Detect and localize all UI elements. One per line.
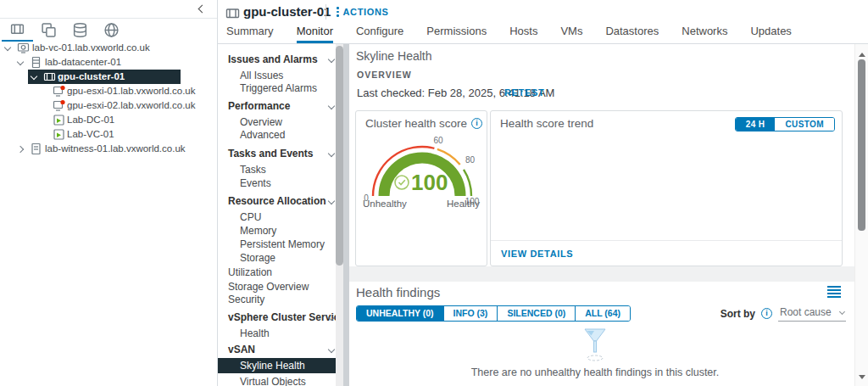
actions-button[interactable]: ACTIONS bbox=[337, 7, 389, 17]
content-title: Skyline Health bbox=[356, 49, 432, 63]
nav-label: Persistent Memory bbox=[240, 238, 325, 250]
nav-group-vsan[interactable]: vSAN bbox=[218, 343, 336, 357]
nav-scrollbar-thumb[interactable] bbox=[336, 46, 343, 266]
main-scrollbar-thumb[interactable] bbox=[858, 59, 865, 231]
nav-item-skyline-health[interactable]: Skyline Health bbox=[218, 358, 337, 373]
filter-silenced-button[interactable]: SILENCED (0) bbox=[498, 306, 576, 321]
gauge-tick-80: 80 bbox=[465, 155, 476, 165]
filter-unhealthy-button[interactable]: UNHEALTHY (0) bbox=[357, 306, 444, 321]
tab-datastores[interactable]: Datastores bbox=[605, 25, 659, 43]
nav-group-issues-alarms[interactable]: Issues and Alarms bbox=[218, 53, 336, 67]
nav-item-storage[interactable]: Storage bbox=[218, 251, 336, 266]
tree-item-witness[interactable]: lab-witness-01.lab.vxworld.co.uk bbox=[0, 142, 217, 156]
cluster-icon bbox=[43, 70, 56, 83]
tab-summary[interactable]: Summary bbox=[226, 25, 274, 43]
tree-item-label: Lab-VC-01 bbox=[67, 127, 114, 142]
vm-powered-on-icon bbox=[53, 114, 65, 126]
chevron-down-icon[interactable] bbox=[31, 73, 37, 80]
nav-item-tasks[interactable]: Tasks bbox=[218, 163, 336, 177]
tree-item-label: gpu-cluster-01 bbox=[58, 70, 125, 84]
nav-group-resource-allocation[interactable]: Resource Allocation bbox=[218, 194, 336, 209]
tab-hosts[interactable]: Hosts bbox=[509, 25, 537, 43]
collapse-sidebar-icon[interactable] bbox=[195, 3, 207, 15]
nav-label: Tasks bbox=[240, 164, 266, 176]
nav-item-advanced[interactable]: Advanced bbox=[218, 128, 336, 143]
tree-item-datacenter[interactable]: lab-datacenter-01 bbox=[0, 55, 217, 70]
range-custom-button[interactable]: CUSTOM bbox=[775, 118, 834, 131]
gauge-unhealthy-label: Unhealthy bbox=[363, 199, 407, 209]
tab-configure[interactable]: Configure bbox=[356, 25, 403, 43]
nav-label: vSphere Cluster Services bbox=[228, 311, 344, 323]
cluster-health-score-card: Cluster health score i 0 60 80 100 100 U… bbox=[355, 110, 487, 266]
list-view-icon[interactable] bbox=[827, 286, 841, 299]
tab-vms-and-templates[interactable] bbox=[33, 21, 64, 42]
main-scrollbar[interactable] bbox=[854, 44, 868, 386]
actions-label: ACTIONS bbox=[343, 7, 389, 17]
tab-storage[interactable] bbox=[64, 21, 96, 42]
tab-hosts-and-clusters[interactable] bbox=[2, 21, 33, 42]
nav-label: Security bbox=[228, 294, 264, 305]
tab-networks[interactable]: Networks bbox=[682, 25, 727, 43]
tree-item-label: lab-vc-01.lab.vxworld.co.uk bbox=[32, 41, 150, 55]
info-icon[interactable]: i bbox=[761, 308, 772, 319]
tab-monitor[interactable]: Monitor bbox=[297, 25, 333, 43]
view-details-link[interactable]: VIEW DETAILS bbox=[501, 249, 573, 259]
scroll-up-arrow-icon[interactable] bbox=[859, 53, 865, 57]
panel-resize-gutter[interactable] bbox=[343, 44, 349, 386]
tree-item-host-1[interactable]: gpu-esxi-01.lab.vxworld.co.uk bbox=[0, 84, 217, 98]
funnel-icon bbox=[582, 327, 608, 363]
chevron-right-icon[interactable] bbox=[17, 146, 24, 153]
nav-label: Memory bbox=[240, 225, 276, 237]
tree-item-vm-2[interactable]: Lab-VC-01 bbox=[0, 127, 217, 142]
vms-and-templates-icon bbox=[41, 22, 57, 42]
range-24h-button[interactable]: 24 H bbox=[736, 118, 776, 131]
sort-select-value: Root cause bbox=[780, 306, 832, 318]
scroll-down-arrow-icon[interactable] bbox=[859, 375, 865, 379]
gauge-tick-60: 60 bbox=[433, 136, 443, 145]
tree-item-host-2[interactable]: gpu-esxi-02.lab.vxworld.co.uk bbox=[0, 98, 217, 113]
gauge-score-value: 100 bbox=[411, 170, 448, 195]
chevron-down-icon[interactable] bbox=[17, 59, 24, 65]
nav-item-health[interactable]: Health bbox=[218, 327, 336, 341]
tab-permissions[interactable]: Permissions bbox=[426, 25, 487, 43]
nav-item-events[interactable]: Events bbox=[218, 176, 336, 191]
gauge-card-title: Cluster health score bbox=[365, 117, 467, 130]
host-error-icon bbox=[53, 85, 65, 98]
tree-item-cluster[interactable]: gpu-cluster-01 bbox=[0, 70, 217, 84]
object-tabs: Summary Monitor Configure Permissions Ho… bbox=[226, 25, 792, 43]
tree-item-vcenter[interactable]: lab-vc-01.lab.vxworld.co.uk bbox=[0, 41, 217, 55]
info-icon[interactable]: i bbox=[471, 118, 482, 129]
retest-button[interactable]: RETEST bbox=[504, 87, 544, 98]
nav-item-cpu[interactable]: CPU bbox=[218, 210, 336, 225]
nav-item-triggered-alarms[interactable]: Triggered Alarms bbox=[218, 81, 336, 96]
trend-card-footer: VIEW DETAILS bbox=[491, 240, 842, 266]
chevron-down-icon bbox=[328, 198, 335, 204]
hosts-and-clusters-icon bbox=[9, 21, 25, 41]
health-findings-title: Health findings bbox=[356, 285, 440, 299]
nav-group-vsphere-cluster-services[interactable]: vSphere Cluster Services bbox=[218, 310, 336, 325]
tab-vms[interactable]: VMs bbox=[560, 25, 582, 43]
chevron-down-icon bbox=[328, 346, 335, 353]
nav-item-utilization[interactable]: Utilization bbox=[218, 266, 336, 280]
nav-group-tasks-events[interactable]: Tasks and Events bbox=[218, 147, 336, 161]
filter-all-button[interactable]: ALL (64) bbox=[576, 306, 630, 321]
page-title: gpu-cluster-01 bbox=[243, 4, 331, 19]
datacenter-icon bbox=[30, 56, 42, 69]
tab-networking[interactable] bbox=[96, 21, 127, 42]
tree-item-vm-1[interactable]: Lab-DC-01 bbox=[0, 113, 217, 127]
nav-label: Resource Allocation bbox=[228, 195, 326, 207]
nav-item-virtual-objects[interactable]: Virtual Objects bbox=[218, 375, 336, 386]
nav-label: Advanced bbox=[240, 129, 285, 141]
sort-select[interactable]: Root cause bbox=[778, 305, 846, 322]
chevron-down-icon[interactable] bbox=[4, 44, 11, 51]
witness-host-icon bbox=[30, 143, 42, 155]
nav-group-performance[interactable]: Performance bbox=[218, 99, 336, 114]
divider bbox=[0, 18, 217, 19]
nav-item-security[interactable]: Security bbox=[218, 293, 336, 307]
filter-info-button[interactable]: INFO (3) bbox=[444, 306, 498, 321]
nav-item-memory[interactable]: Memory bbox=[218, 224, 336, 238]
section-separator bbox=[349, 266, 854, 282]
nav-label: Triggered Alarms bbox=[240, 82, 317, 94]
tab-updates[interactable]: Updates bbox=[750, 25, 791, 43]
nav-item-persistent-memory[interactable]: Persistent Memory bbox=[218, 238, 336, 252]
